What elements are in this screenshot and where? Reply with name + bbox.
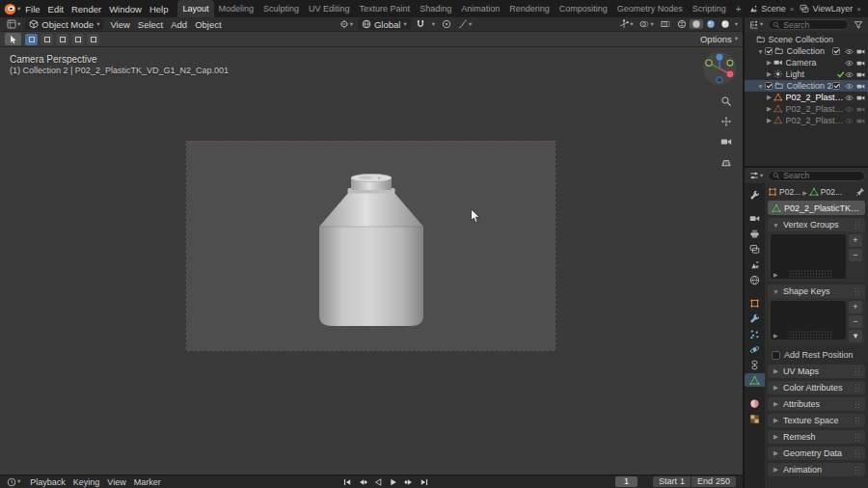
- eye-icon[interactable]: [845, 59, 854, 68]
- viewport-menu-view[interactable]: View: [106, 19, 133, 30]
- exclude-checkbox[interactable]: [765, 47, 773, 55]
- timeline-menu-view[interactable]: View: [103, 477, 129, 487]
- chevron-right-icon[interactable]: ▶: [765, 94, 773, 101]
- remove-button[interactable]: −: [849, 315, 862, 328]
- drag-grip-icon[interactable]: [854, 384, 861, 393]
- select-mode-intersect-button[interactable]: [87, 34, 99, 45]
- current-frame-field[interactable]: 1: [615, 476, 637, 487]
- panel-header-attributes[interactable]: ▶Attributes: [768, 397, 865, 411]
- vertex-groups-list[interactable]: ▶: [771, 234, 846, 279]
- chevron-right-icon[interactable]: ▶: [765, 70, 773, 78]
- properties-tab-modifiers[interactable]: [745, 312, 765, 325]
- breadcrumb-item[interactable]: P02...: [768, 187, 800, 197]
- checkbox-toggle[interactable]: [832, 82, 840, 90]
- add-rest-position-checkbox[interactable]: [772, 351, 780, 360]
- viewport-menu-select[interactable]: Select: [134, 19, 167, 30]
- properties-tab-object-constraints[interactable]: [745, 358, 765, 371]
- camera-button[interactable]: [720, 136, 732, 148]
- end-frame-field[interactable]: End 250: [692, 476, 736, 487]
- chevron-right-icon[interactable]: ▶: [765, 105, 773, 113]
- viewport-3d[interactable]: Camera Perspective (1) Collection 2 | P0…: [0, 47, 743, 474]
- tab-compositing[interactable]: Compositing: [555, 0, 612, 17]
- timeline-menu-keying[interactable]: Keying: [69, 477, 104, 487]
- viewport-menu-object[interactable]: Object: [191, 19, 225, 30]
- viewport-menu-add[interactable]: Add: [167, 19, 191, 30]
- tab-texture-paint[interactable]: Texture Paint: [355, 0, 416, 17]
- tab-rendering[interactable]: Rendering: [504, 0, 555, 17]
- timeline-menu-playback[interactable]: Playback: [26, 477, 69, 487]
- shape-keys-list[interactable]: ▶: [771, 301, 846, 339]
- shading-rendered-button[interactable]: [719, 19, 732, 29]
- shading-wireframe-button[interactable]: [675, 19, 689, 29]
- properties-tab-render[interactable]: [745, 211, 765, 225]
- viewlayer-selector[interactable]: ViewLayer ×: [798, 4, 864, 14]
- timeline-menu-marker[interactable]: Marker: [130, 477, 165, 487]
- properties-tab-material[interactable]: [745, 396, 765, 410]
- orientation-dropdown[interactable]: Global ▾: [358, 18, 411, 30]
- eye-icon[interactable]: [845, 94, 854, 102]
- panel-header-vertex-groups[interactable]: ▼Vertex Groups: [768, 218, 865, 231]
- jump-end-button[interactable]: [418, 476, 432, 488]
- outliner-row[interactable]: ▶P02_2_PlasticTK_VD...: [745, 103, 868, 115]
- drag-grip-icon[interactable]: [854, 221, 861, 230]
- panel-header-texture-space[interactable]: ▶Texture Space: [768, 414, 865, 427]
- snap-settings-button[interactable]: ▾: [430, 21, 437, 28]
- navigation-gizmo[interactable]: [702, 51, 737, 86]
- properties-search-input[interactable]: Search: [768, 171, 865, 181]
- scene-selector[interactable]: Scene ×: [746, 4, 797, 14]
- menu-window[interactable]: Window: [105, 3, 146, 15]
- specials-button[interactable]: ▾: [849, 330, 862, 342]
- menu-help[interactable]: Help: [146, 3, 173, 15]
- eye-icon[interactable]: [845, 117, 854, 125]
- camera-icon[interactable]: [856, 70, 865, 79]
- outliner-row[interactable]: ▼Collection: [745, 45, 868, 57]
- chevron-right-icon[interactable]: ▶: [765, 59, 773, 67]
- outliner-search-input[interactable]: Search: [768, 19, 849, 30]
- properties-tab-particles[interactable]: [745, 327, 765, 340]
- properties-tab-output[interactable]: [745, 227, 765, 240]
- show-overlays-button[interactable]: ▾: [637, 19, 655, 29]
- scene-unlink-icon[interactable]: ×: [789, 5, 796, 14]
- select-mode-set-button[interactable]: [25, 34, 38, 45]
- panel-header-uv-maps[interactable]: ▶UV Maps: [768, 365, 865, 378]
- camera-icon[interactable]: [856, 59, 865, 68]
- properties-tab-physics[interactable]: [745, 342, 765, 356]
- properties-tab-texture[interactable]: [745, 412, 765, 425]
- timeline-editor-type-button[interactable]: ▾: [5, 477, 22, 487]
- breadcrumb-item[interactable]: P02...: [809, 187, 842, 197]
- outliner-row[interactable]: ▶P02_2_PlasticTK_VD...: [745, 115, 868, 126]
- drag-grip-icon[interactable]: [854, 433, 861, 442]
- blender-logo-icon[interactable]: [4, 3, 16, 15]
- prev-keyframe-button[interactable]: [356, 476, 370, 488]
- chevron-down-icon[interactable]: ▼: [756, 48, 765, 55]
- list-resize-grip[interactable]: [788, 331, 833, 339]
- xray-toggle-button[interactable]: [659, 19, 672, 29]
- panel-header-shape-keys[interactable]: ▼Shape Keys: [768, 285, 865, 298]
- menu-render[interactable]: Render: [68, 3, 105, 15]
- select-mode-extend-button[interactable]: [41, 34, 53, 45]
- options-dropdown[interactable]: Options ▾: [700, 34, 738, 44]
- eye-icon[interactable]: [845, 47, 854, 56]
- drag-grip-icon[interactable]: [854, 449, 861, 458]
- drag-grip-icon[interactable]: [854, 287, 861, 296]
- viewport-editor-type-button[interactable]: ▾: [5, 19, 22, 29]
- panel-header-color-attributes[interactable]: ▶Color Attributes: [768, 381, 865, 394]
- camera-icon[interactable]: [856, 47, 865, 56]
- outliner-row[interactable]: Scene Collection: [745, 34, 868, 45]
- outliner-row[interactable]: ▶Light: [745, 68, 868, 80]
- camera-icon[interactable]: [856, 82, 865, 91]
- add-workspace-button[interactable]: +: [732, 4, 746, 14]
- shading-material-preview-button[interactable]: [704, 19, 718, 29]
- start-frame-field[interactable]: Start 1: [653, 476, 691, 487]
- select-mode-invert-button[interactable]: [71, 34, 84, 45]
- filter-icon[interactable]: [852, 20, 865, 30]
- checkbox-toggle[interactable]: [832, 47, 840, 55]
- snap-toggle-button[interactable]: [414, 19, 427, 29]
- drag-grip-icon[interactable]: [854, 400, 861, 409]
- pivot-point-button[interactable]: ▾: [338, 19, 355, 29]
- eye-icon[interactable]: [845, 105, 854, 114]
- drag-grip-icon[interactable]: [854, 466, 861, 474]
- list-expand-icon[interactable]: ▶: [773, 271, 778, 278]
- show-gizmo-button[interactable]: ▾: [617, 19, 635, 29]
- select-mode-subtract-button[interactable]: [56, 34, 68, 45]
